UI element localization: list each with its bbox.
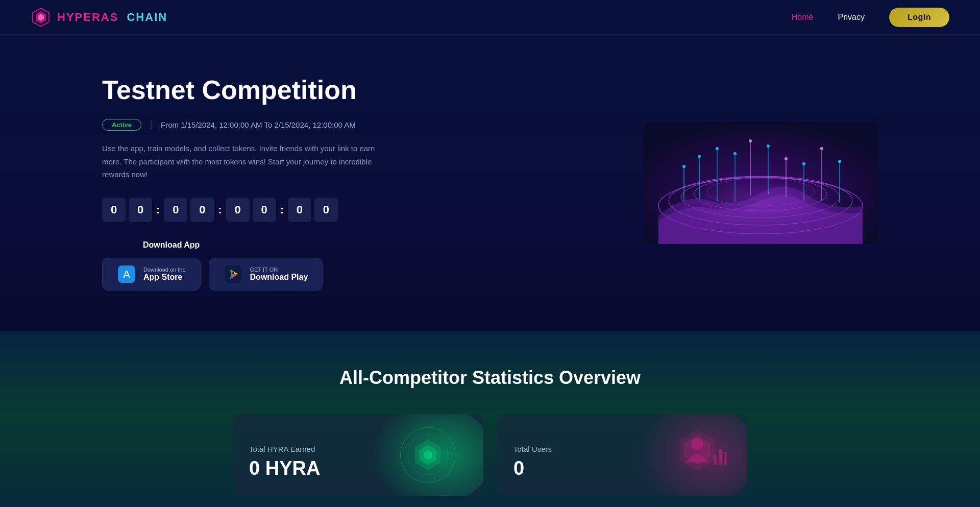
logo-hyperas-text: HYPERAS [57,11,118,23]
stat-card-hyra-label: Total HYRA Earned [249,445,467,453]
nav-home[interactable]: Home [792,13,814,22]
svg-point-20 [698,155,701,158]
hero-visualization [643,122,878,244]
navbar: HYPERAS CHAIN Home Privacy Login [0,0,980,35]
countdown-d2: 0 [129,198,152,222]
appstore-main-text: App Store [143,273,186,282]
countdown-s1: 0 [288,198,311,222]
svg-point-36 [838,160,841,163]
stats-section: All-Competitor Statistics Overview [0,331,980,507]
countdown-s2: 0 [314,198,338,222]
stat-card-users: Total Users 0 [497,414,747,496]
appstore-sub-text: Download on the [143,267,186,273]
nav-privacy[interactable]: Privacy [838,13,865,22]
active-badge: Active [102,119,141,131]
countdown-sep1: : [156,203,160,216]
svg-point-22 [716,147,719,150]
countdown-h2: 0 [190,198,214,222]
countdown-m2: 0 [253,198,276,222]
logo-icon [31,7,51,28]
hero-section: Testnet Competition Active From 1/15/202… [0,35,980,331]
countdown-h1: 0 [164,198,187,222]
stats-cards: Total HYRA Earned 0 HYRA [102,414,878,496]
nav-links: Home Privacy Login [792,8,949,27]
appstore-button[interactable]: A Download on the App Store [102,258,201,291]
svg-point-37 [679,178,842,229]
svg-point-32 [802,162,805,165]
countdown-sep3: : [280,203,284,216]
logo-chain-text: CHAIN [127,11,167,23]
download-section: Download App A Download on the App Store [102,240,388,291]
svg-point-44 [637,414,747,496]
stat-card-users-label: Total Users [513,445,731,453]
download-buttons: A Download on the App Store [102,258,323,291]
googleplay-button[interactable]: GET IT ON Download Play [209,258,323,291]
stat-card-users-value: 0 [513,457,731,479]
stats-title: All-Competitor Statistics Overview [102,367,878,389]
stat-card-users-bg [597,414,747,496]
svg-text:A: A [123,268,131,281]
svg-point-26 [749,139,752,142]
svg-point-18 [682,165,685,168]
svg-point-24 [733,152,737,155]
logo: HYPERAS CHAIN [31,7,167,28]
svg-point-28 [767,144,770,148]
googleplay-sub-text: GET IT ON [250,267,308,273]
countdown-timer: 0 0 : 0 0 : 0 0 : 0 0 [102,198,388,222]
countdown-m1: 0 [226,198,250,222]
countdown-sep2: : [218,203,222,216]
hero-description: Use the app, train models, and collect t… [102,142,388,181]
appstore-icon: A [117,264,136,284]
hero-title: Testnet Competition [102,76,388,105]
download-label: Download App [143,240,200,250]
googleplay-icon [224,264,243,284]
svg-point-38 [373,414,483,496]
stat-card-hyra: Total HYRA Earned 0 HYRA [233,414,483,496]
stat-card-hyra-bg [333,414,483,496]
login-button[interactable]: Login [889,8,949,27]
svg-point-34 [820,147,823,150]
hero-meta: Active From 1/15/2024, 12:00:00 AM To 2/… [102,119,388,131]
googleplay-main-text: Download Play [250,273,308,282]
svg-point-30 [785,157,788,160]
date-range: From 1/15/2024, 12:00:00 AM To 2/15/2024… [151,120,356,129]
countdown-d1: 0 [102,198,126,222]
hero-content: Testnet Competition Active From 1/15/202… [102,76,388,291]
stat-card-hyra-value: 0 HYRA [249,457,467,479]
